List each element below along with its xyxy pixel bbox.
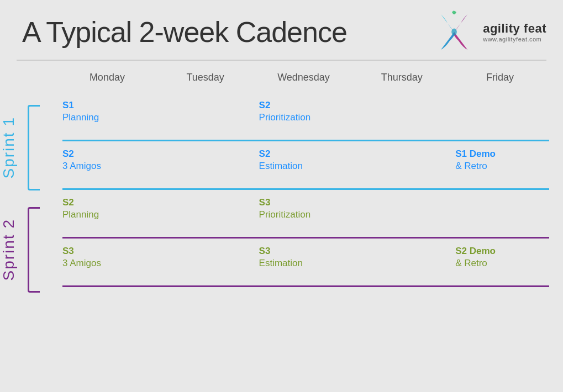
day-wednesday: Wednesday [255,66,353,89]
main-content: Sprint 1 Sprint 2 Monday Tuesday Wednesd… [0,61,563,301]
s2-plan-tag: S2 [62,197,152,208]
logo-text: agility feat www.agilityfeat.com [483,22,546,43]
day-tuesday: Tuesday [156,66,255,89]
s3-amigos-tag: S3 [62,246,152,257]
day-thursday: Thursday [352,66,451,89]
logo-area: agility feat www.agilityfeat.com [432,10,546,54]
s1-demo-tag: S1 Demo [455,149,545,160]
s2-demo-tag: S2 Demo [455,246,545,257]
sprint-2-block: Sprint 2 [0,199,50,301]
svg-point-0 [451,29,457,36]
sprint2-row2: S3 3 Amigos S3 Estimation S2 Demo & Retr… [55,243,552,292]
s1-planning-name: Planning [62,112,152,123]
event-s1-planning: S1 Planning [58,97,156,146]
logo-icon [432,10,476,54]
s3-amigos-name: 3 Amigos [62,258,152,269]
s2-prio-tag: S2 [259,100,349,111]
s2-est-tag: S2 [259,149,349,160]
header: A Typical 2-week Cadence [0,0,563,60]
s2-prio-name: Prioritization [259,112,349,123]
s3-est-name: Estimation [259,258,349,269]
event-s2-3amigos: S2 3 Amigos [58,146,156,194]
sprint2-row1-line [62,237,549,239]
s3-prio-tag: S3 [259,197,349,208]
event-s2-estimation: S2 Estimation [255,146,353,194]
sprint-2-bracket [28,207,40,293]
event-s2-planning: S2 Planning [58,194,156,243]
sprint2-row1: S2 Planning S3 Prioritization [55,194,552,243]
s2-amigos-name: 3 Amigos [62,161,152,172]
event-s1-demo: S1 Demo & Retro [451,146,549,194]
s2-amigos-tag: S2 [62,149,152,160]
s1-demo-name: & Retro [455,161,545,172]
s3-est-tag: S3 [259,246,349,257]
s2-demo-name: & Retro [455,258,545,269]
sprint-2-label: Sprint 2 [0,219,18,281]
sprint-1-block: Sprint 1 [0,97,50,199]
sprint1-row1: S1 Planning S2 Prioritization [55,97,552,146]
s3-prio-name: Prioritization [259,209,349,220]
sprint1-row2-line [62,188,549,190]
page-title: A Typical 2-week Cadence [22,15,347,49]
sprint2-row2-line [62,285,549,287]
event-s3-estimation: S3 Estimation [255,243,353,292]
logo-name: agility feat [483,22,546,36]
s2-est-name: Estimation [259,161,349,172]
day-friday: Friday [451,66,549,89]
event-s3-3amigos: S3 3 Amigos [58,243,156,292]
sprint-labels: Sprint 1 Sprint 2 [0,66,50,301]
sprint1-row1-line [62,140,549,141]
sprint-1-bracket [28,105,40,190]
sprint1-row2: S2 3 Amigos S2 Estimation S1 Demo & Retr… [55,146,552,194]
event-s3-prioritization: S3 Prioritization [255,194,353,243]
day-monday: Monday [58,66,156,89]
calendar-area: Monday Tuesday Wednesday Thursday Friday… [50,66,563,301]
event-s2-demo: S2 Demo & Retro [451,243,549,292]
event-s2-prioritization: S2 Prioritization [255,97,353,146]
sprint-1-label: Sprint 1 [0,116,18,179]
logo-url: www.agilityfeat.com [483,36,546,43]
s2-plan-name: Planning [62,209,152,220]
days-header: Monday Tuesday Wednesday Thursday Friday [55,66,552,89]
s1-planning-tag: S1 [62,100,152,111]
